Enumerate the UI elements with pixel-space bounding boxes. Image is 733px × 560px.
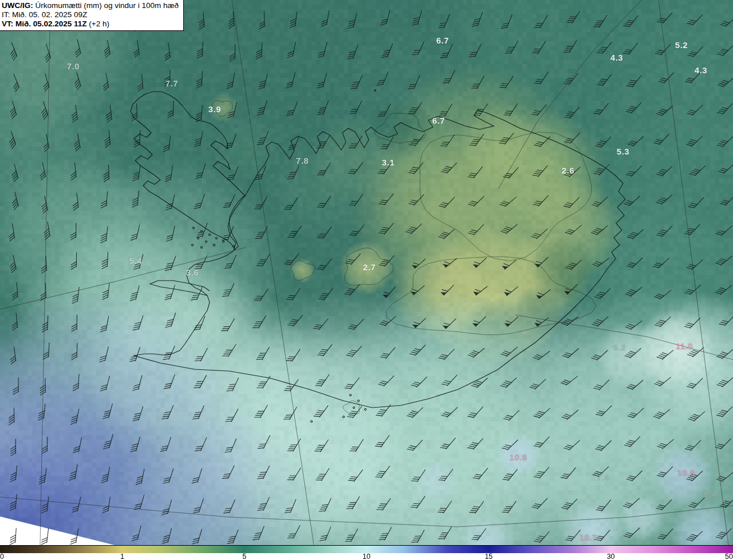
weather-map-root: 7.07.76.74.35.24.33.96.77.83.15.32.65.43… (0, 0, 733, 560)
valid-time: VT: Mið. 05.02.2025 11Z (+2 h) (2, 19, 179, 29)
colorbar-tick: 15 (484, 553, 492, 560)
colorbar-tick: 1 (120, 553, 124, 560)
colorbar-tick: 0 (0, 553, 4, 560)
colorbar-tick-row: 01510153050 (0, 553, 733, 560)
colorbar-tick: 30 (607, 553, 615, 560)
colorbar-tick: 5 (242, 553, 246, 560)
title-box: UWC/IG: Úrkomumætti (mm) og vindur i 100… (0, 0, 184, 31)
init-time: IT: Mið. 05. 02. 2025 09Z (2, 10, 179, 19)
precip-wind-field-canvas (0, 0, 733, 545)
colorbar-tick: 10 (362, 553, 371, 560)
precip-colorbar: 01510153050 (0, 545, 733, 560)
colorbar-tick: 50 (725, 553, 733, 560)
model-title: UWC/IG: Úrkomumætti (mm) og vindur i 100… (2, 1, 179, 10)
